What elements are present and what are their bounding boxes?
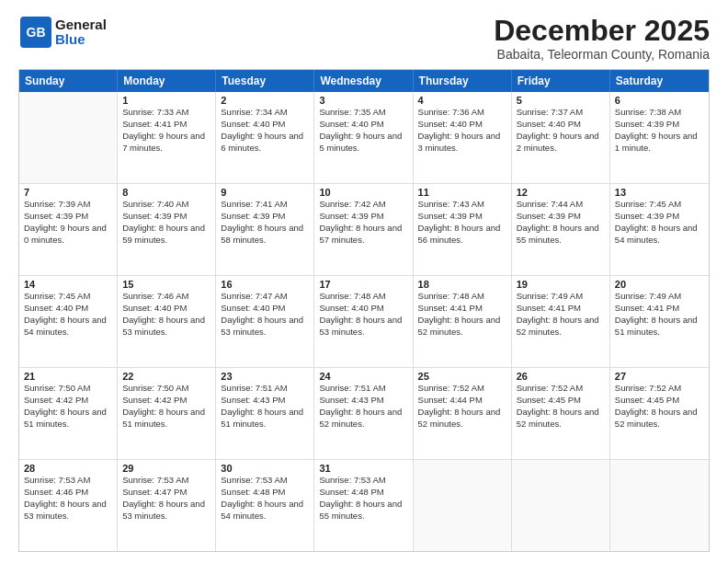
day-number: 11 [418,187,506,198]
calendar-cell-1: 1Sunrise: 7:33 AMSunset: 4:41 PMDaylight… [118,92,216,183]
title-block: December 2025 Babaita, Teleorman County,… [494,15,710,62]
day-number: 21 [24,371,112,382]
calendar-cell-20: 20Sunrise: 7:49 AMSunset: 4:41 PMDayligh… [610,276,709,367]
day-number: 30 [221,463,309,474]
cell-info: Sunrise: 7:42 AMSunset: 4:39 PMDaylight:… [319,199,407,246]
cell-info: Sunrise: 7:39 AMSunset: 4:39 PMDaylight:… [24,199,112,246]
day-number: 27 [615,371,704,382]
logo-blue: Blue [55,32,107,48]
cell-info: Sunrise: 7:47 AMSunset: 4:40 PMDaylight:… [221,291,309,338]
calendar-cell-12: 12Sunrise: 7:44 AMSunset: 4:39 PMDayligh… [512,184,610,275]
cell-info: Sunrise: 7:33 AMSunset: 4:41 PMDaylight:… [122,107,210,154]
header-day-tuesday: Tuesday [216,70,314,92]
day-number: 6 [615,95,704,106]
day-number: 4 [418,95,506,106]
cell-info: Sunrise: 7:52 AMSunset: 4:44 PMDaylight:… [418,383,506,430]
day-number: 19 [517,279,605,290]
day-number: 28 [24,463,112,474]
calendar-row-4: 21Sunrise: 7:50 AMSunset: 4:42 PMDayligh… [19,367,709,459]
cell-info: Sunrise: 7:37 AMSunset: 4:40 PMDaylight:… [517,107,605,154]
cell-info: Sunrise: 7:48 AMSunset: 4:41 PMDaylight:… [418,291,506,338]
calendar-cell-10: 10Sunrise: 7:42 AMSunset: 4:39 PMDayligh… [314,184,413,275]
calendar-cell-11: 11Sunrise: 7:43 AMSunset: 4:39 PMDayligh… [414,184,512,275]
cell-info: Sunrise: 7:40 AMSunset: 4:39 PMDaylight:… [122,199,210,246]
cell-info: Sunrise: 7:44 AMSunset: 4:39 PMDaylight:… [517,199,605,246]
calendar-page: GB General Blue December 2025 Babaita, T… [0,0,728,563]
calendar-cell-17: 17Sunrise: 7:48 AMSunset: 4:40 PMDayligh… [314,276,413,367]
calendar-row-5: 28Sunrise: 7:53 AMSunset: 4:46 PMDayligh… [19,459,709,551]
calendar-cell-empty-4-6 [610,460,709,551]
calendar-cell-15: 15Sunrise: 7:46 AMSunset: 4:40 PMDayligh… [118,276,216,367]
cell-info: Sunrise: 7:53 AMSunset: 4:48 PMDaylight:… [221,475,309,522]
cell-info: Sunrise: 7:36 AMSunset: 4:40 PMDaylight:… [418,107,506,154]
cell-info: Sunrise: 7:50 AMSunset: 4:42 PMDaylight:… [122,383,210,430]
cell-info: Sunrise: 7:38 AMSunset: 4:39 PMDaylight:… [615,107,704,154]
calendar-cell-25: 25Sunrise: 7:52 AMSunset: 4:44 PMDayligh… [414,368,512,459]
cell-info: Sunrise: 7:48 AMSunset: 4:40 PMDaylight:… [319,291,407,338]
day-number: 15 [122,279,210,290]
day-number: 7 [24,187,112,198]
cell-info: Sunrise: 7:43 AMSunset: 4:39 PMDaylight:… [418,199,506,246]
calendar-cell-16: 16Sunrise: 7:47 AMSunset: 4:40 PMDayligh… [216,276,314,367]
day-number: 24 [319,371,407,382]
day-number: 25 [418,371,506,382]
logo: GB General Blue [18,15,107,50]
calendar: SundayMondayTuesdayWednesdayThursdayFrid… [18,69,710,552]
header: GB General Blue December 2025 Babaita, T… [18,15,710,62]
calendar-header: SundayMondayTuesdayWednesdayThursdayFrid… [19,70,709,92]
calendar-cell-5: 5Sunrise: 7:37 AMSunset: 4:40 PMDaylight… [512,92,610,183]
calendar-cell-30: 30Sunrise: 7:53 AMSunset: 4:48 PMDayligh… [216,460,314,551]
day-number: 18 [418,279,506,290]
cell-info: Sunrise: 7:41 AMSunset: 4:39 PMDaylight:… [221,199,309,246]
day-number: 14 [24,279,112,290]
cell-info: Sunrise: 7:52 AMSunset: 4:45 PMDaylight:… [517,383,605,430]
cell-info: Sunrise: 7:53 AMSunset: 4:47 PMDaylight:… [122,475,210,522]
header-day-thursday: Thursday [414,70,512,92]
day-number: 23 [221,371,309,382]
header-day-sunday: Sunday [19,70,118,92]
header-day-wednesday: Wednesday [314,70,413,92]
calendar-cell-29: 29Sunrise: 7:53 AMSunset: 4:47 PMDayligh… [118,460,216,551]
calendar-body: 1Sunrise: 7:33 AMSunset: 4:41 PMDaylight… [19,92,709,551]
calendar-row-3: 14Sunrise: 7:45 AMSunset: 4:40 PMDayligh… [19,275,709,367]
day-number: 12 [517,187,605,198]
calendar-cell-7: 7Sunrise: 7:39 AMSunset: 4:39 PMDaylight… [19,184,118,275]
calendar-cell-19: 19Sunrise: 7:49 AMSunset: 4:41 PMDayligh… [512,276,610,367]
calendar-cell-9: 9Sunrise: 7:41 AMSunset: 4:39 PMDaylight… [216,184,314,275]
day-number: 1 [122,95,210,106]
svg-text:GB: GB [27,25,46,40]
cell-info: Sunrise: 7:46 AMSunset: 4:40 PMDaylight:… [122,291,210,338]
day-number: 2 [221,95,309,106]
calendar-row-2: 7Sunrise: 7:39 AMSunset: 4:39 PMDaylight… [19,183,709,275]
day-number: 10 [319,187,407,198]
calendar-cell-28: 28Sunrise: 7:53 AMSunset: 4:46 PMDayligh… [19,460,118,551]
day-number: 5 [517,95,605,106]
cell-info: Sunrise: 7:53 AMSunset: 4:46 PMDaylight:… [24,475,112,522]
calendar-cell-26: 26Sunrise: 7:52 AMSunset: 4:45 PMDayligh… [512,368,610,459]
day-number: 22 [122,371,210,382]
day-number: 8 [122,187,210,198]
day-number: 3 [319,95,407,106]
calendar-cell-3: 3Sunrise: 7:35 AMSunset: 4:40 PMDaylight… [314,92,413,183]
day-number: 16 [221,279,309,290]
calendar-cell-6: 6Sunrise: 7:38 AMSunset: 4:39 PMDaylight… [610,92,709,183]
cell-info: Sunrise: 7:34 AMSunset: 4:40 PMDaylight:… [221,107,309,154]
calendar-cell-13: 13Sunrise: 7:45 AMSunset: 4:39 PMDayligh… [610,184,709,275]
calendar-cell-21: 21Sunrise: 7:50 AMSunset: 4:42 PMDayligh… [19,368,118,459]
location-subtitle: Babaita, Teleorman County, Romania [494,47,710,62]
calendar-cell-empty-0-0 [19,92,118,183]
header-day-monday: Monday [118,70,216,92]
day-number: 17 [319,279,407,290]
day-number: 20 [615,279,704,290]
calendar-cell-24: 24Sunrise: 7:51 AMSunset: 4:43 PMDayligh… [314,368,413,459]
calendar-row-1: 1Sunrise: 7:33 AMSunset: 4:41 PMDaylight… [19,92,709,183]
day-number: 26 [517,371,605,382]
calendar-cell-18: 18Sunrise: 7:48 AMSunset: 4:41 PMDayligh… [414,276,512,367]
day-number: 13 [615,187,704,198]
cell-info: Sunrise: 7:49 AMSunset: 4:41 PMDaylight:… [517,291,605,338]
calendar-cell-22: 22Sunrise: 7:50 AMSunset: 4:42 PMDayligh… [118,368,216,459]
calendar-cell-2: 2Sunrise: 7:34 AMSunset: 4:40 PMDaylight… [216,92,314,183]
calendar-cell-23: 23Sunrise: 7:51 AMSunset: 4:43 PMDayligh… [216,368,314,459]
day-number: 29 [122,463,210,474]
calendar-cell-14: 14Sunrise: 7:45 AMSunset: 4:40 PMDayligh… [19,276,118,367]
